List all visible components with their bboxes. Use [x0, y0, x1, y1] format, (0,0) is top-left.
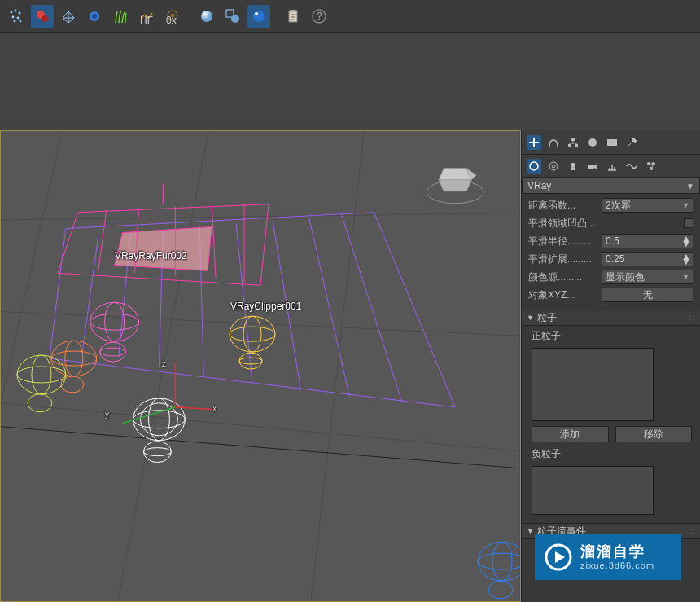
- sphere-region-icon[interactable]: [221, 5, 244, 28]
- utilities-tab-icon[interactable]: [624, 135, 639, 150]
- svg-point-18: [253, 11, 265, 22]
- svg-point-64: [17, 367, 66, 383]
- lattice-icon[interactable]: [57, 5, 80, 28]
- ox-icon[interactable]: 0x: [161, 5, 184, 28]
- svg-point-65: [32, 355, 51, 394]
- svg-point-90: [530, 162, 538, 170]
- svg-point-55: [90, 314, 139, 330]
- svg-point-59: [51, 341, 97, 376]
- svg-marker-101: [555, 551, 565, 563]
- particle-icon[interactable]: [5, 5, 28, 28]
- geometry-icon[interactable]: [527, 159, 541, 174]
- svg-line-32: [1, 424, 520, 472]
- hf-icon[interactable]: HF: [135, 5, 158, 28]
- svg-marker-52: [439, 180, 471, 191]
- triangle-down-icon: ▼: [527, 527, 534, 535]
- svg-text:0x: 0x: [166, 15, 177, 24]
- svg-point-68: [230, 327, 275, 341]
- svg-line-34: [82, 237, 98, 354]
- motion-tab-icon[interactable]: [585, 135, 600, 150]
- svg-point-79: [478, 553, 520, 569]
- svg-point-10: [92, 14, 97, 19]
- svg-point-58: [100, 348, 126, 356]
- grass-icon[interactable]: [109, 5, 132, 28]
- add-positive-button[interactable]: 添加: [532, 426, 609, 442]
- svg-text:?: ?: [317, 11, 322, 22]
- negative-particles-list[interactable]: [532, 466, 654, 515]
- smooth-radius-spinner[interactable]: 0.5 ▲▼: [602, 234, 693, 248]
- svg-line-28: [1, 131, 66, 601]
- cameras-icon[interactable]: [585, 159, 600, 174]
- distance-func-select[interactable]: 2次幂▼: [602, 198, 693, 213]
- create-tab-icon[interactable]: [527, 135, 541, 150]
- svg-rect-94: [571, 168, 575, 170]
- svg-point-0: [11, 11, 13, 13]
- shapes-icon[interactable]: [546, 159, 561, 174]
- svg-line-44: [98, 211, 107, 272]
- display-tab-icon[interactable]: [605, 135, 619, 150]
- distance-func-label: 距离函数...: [528, 199, 598, 213]
- remove-positive-button[interactable]: 移除: [615, 426, 693, 442]
- svg-rect-95: [588, 165, 594, 169]
- category-dropdown[interactable]: VRay ▼: [522, 178, 700, 194]
- svg-point-15: [201, 11, 212, 22]
- svg-point-78: [478, 542, 520, 581]
- svg-point-67: [230, 316, 275, 352]
- positive-particles-list[interactable]: [532, 348, 654, 421]
- vray-metaball-props: 距离函数... 2次幂▼ 平滑领域凹凸......... 平滑半径.......…: [522, 194, 700, 310]
- lights-icon[interactable]: [566, 159, 580, 174]
- svg-point-56: [105, 302, 125, 341]
- svg-point-77: [143, 448, 171, 456]
- svg-rect-86: [568, 144, 571, 147]
- clipboard-icon[interactable]: [282, 5, 304, 28]
- svg-line-26: [1, 213, 520, 221]
- svg-point-63: [17, 355, 66, 394]
- hierarchy-tab-icon[interactable]: [566, 135, 580, 150]
- positive-particles-label: 正粒子: [530, 329, 692, 343]
- smooth-convex-checkbox[interactable]: [684, 218, 693, 228]
- svg-line-25: [1, 310, 520, 338]
- helpers-icon[interactable]: [605, 159, 619, 174]
- svg-point-6: [20, 20, 22, 22]
- svg-point-61: [65, 341, 83, 376]
- sphere-highlight-icon[interactable]: [247, 5, 270, 28]
- svg-point-57: [100, 342, 126, 362]
- viewport[interactable]: VRayRayFur002 VRayClipper001 z x y: [0, 130, 521, 602]
- svg-line-41: [342, 215, 403, 403]
- svg-point-4: [17, 16, 20, 19]
- sphere-select-icon[interactable]: [195, 5, 218, 28]
- svg-rect-85: [571, 138, 575, 141]
- rollout-particles-body: 正粒子 添加 移除 负粒子: [522, 326, 700, 523]
- help-icon[interactable]: ?: [308, 5, 330, 28]
- rollout-particles-title: 粒子: [537, 311, 557, 325]
- object-xyz-label: 对象XYZ...: [528, 288, 598, 302]
- category-dropdown-value: VRay: [527, 180, 551, 191]
- viewport-scene: [1, 131, 520, 601]
- command-panel: VRay ▼ 距离函数... 2次幂▼ 平滑领域凹凸......... 平滑半径…: [521, 130, 700, 602]
- smooth-expand-spinner[interactable]: 0.25 ▲▼: [602, 252, 693, 266]
- modify-tab-icon[interactable]: [546, 135, 561, 150]
- svg-point-5: [14, 20, 16, 22]
- top-toolbar: HF 0x ?: [0, 0, 700, 33]
- systems-icon[interactable]: [644, 159, 658, 174]
- object-xyz-button[interactable]: 无: [602, 288, 693, 302]
- watermark-title: 溜溜自学: [580, 543, 654, 561]
- svg-line-47: [212, 205, 216, 279]
- splash-icon[interactable]: [83, 5, 106, 28]
- metaball-icon[interactable]: [31, 5, 54, 28]
- svg-line-30: [309, 131, 366, 601]
- grip-icon: ∷: [689, 527, 695, 536]
- svg-point-93: [571, 163, 575, 168]
- svg-point-66: [28, 394, 52, 412]
- svg-point-92: [552, 165, 555, 168]
- color-source-select[interactable]: 显示颜色▼: [602, 270, 693, 284]
- spacewarps-icon[interactable]: [624, 159, 639, 174]
- main-area: VRayRayFur002 VRayClipper001 z x y: [0, 130, 700, 602]
- svg-point-54: [90, 302, 139, 341]
- chevron-down-icon: ▼: [686, 182, 694, 191]
- svg-point-80: [492, 542, 512, 581]
- svg-point-62: [61, 376, 84, 393]
- watermark: 溜溜自学 zixue.3d66.com: [535, 534, 681, 580]
- rollout-particles-header[interactable]: ▼ 粒子 ∷: [522, 310, 700, 326]
- grip-icon: ∷: [689, 314, 695, 323]
